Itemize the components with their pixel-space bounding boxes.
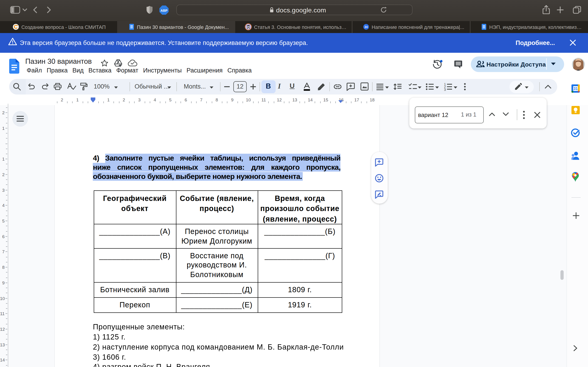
svg-text:31: 31 [573,86,578,90]
svg-text:24: 24 [364,25,367,29]
svg-text:ABP: ABP [161,9,168,12]
svg-text:3: 3 [444,88,446,91]
